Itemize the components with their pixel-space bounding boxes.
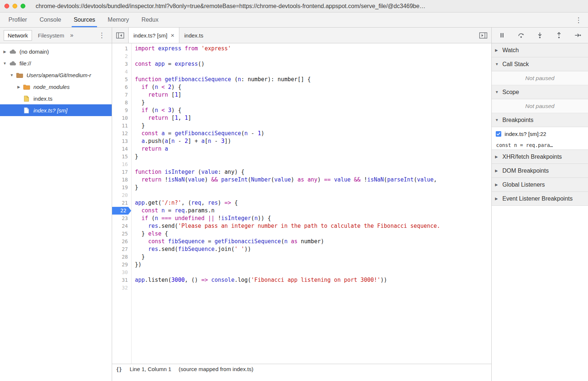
tree-item[interactable]: ▼file://	[0, 57, 112, 69]
line-number[interactable]: 6	[112, 83, 131, 91]
line-number[interactable]: 14	[112, 145, 131, 153]
code-text	[131, 53, 491, 60]
step-over-icon[interactable]	[516, 30, 526, 40]
section-global-listeners[interactable]: ▶ Global Listeners	[492, 178, 588, 192]
breakpoint-snippet[interactable]: const n = req.para…	[492, 140, 588, 150]
tree-item[interactable]: index.ts? [sm]	[0, 104, 112, 116]
section-watch[interactable]: ▶ Watch	[492, 43, 588, 57]
toggle-navigator-icon[interactable]	[112, 28, 128, 43]
line-number[interactable]: 21	[112, 199, 131, 207]
code-text: if (n < 2) {	[131, 83, 491, 91]
code-text: res.send('Please pass an integer number …	[131, 222, 491, 230]
code-text: const n = req.params.n	[131, 207, 491, 215]
pretty-print-button[interactable]: {}	[116, 366, 122, 372]
section-scope[interactable]: ▼ Scope	[492, 85, 588, 99]
code-text: return !isNaN(value) && parseInt(Number(…	[131, 176, 491, 184]
pause-icon[interactable]	[497, 30, 507, 40]
line-number[interactable]: 31	[112, 276, 131, 284]
chevron-collapsed-icon[interactable]: ▶	[15, 85, 22, 89]
line-number[interactable]: 27	[112, 245, 131, 253]
line-number[interactable]: 13	[112, 137, 131, 145]
line-number[interactable]: 10	[112, 114, 131, 122]
tree-item[interactable]: index.ts	[0, 93, 112, 104]
breakpoint-line-number[interactable]: 22	[112, 207, 131, 215]
line-number[interactable]: 18	[112, 176, 131, 184]
line-number[interactable]: 1	[112, 45, 131, 53]
step-icon[interactable]	[573, 30, 582, 40]
code-text: res.send(fibSequence.join(' '))	[131, 245, 491, 253]
breakpoint-entry[interactable]: index.ts? [sm]:22	[492, 127, 588, 140]
line-number[interactable]: 3	[112, 60, 131, 68]
line-number[interactable]: 15	[112, 153, 131, 161]
code-line: 16	[112, 161, 491, 168]
zoom-window-button[interactable]	[21, 4, 25, 8]
editor-tab-index-ts[interactable]: index.ts	[179, 28, 208, 43]
line-number[interactable]: 23	[112, 215, 131, 222]
editor-tabbar: index.ts? [sm] × index.ts	[112, 28, 491, 43]
line-number[interactable]: 12	[112, 130, 131, 137]
editor-tab-index-ts-sm[interactable]: index.ts? [sm] ×	[128, 28, 179, 43]
line-number[interactable]: 30	[112, 269, 131, 276]
code-line: 22 const n = req.params.n	[112, 207, 491, 215]
section-breakpoints[interactable]: ▼ Breakpoints	[492, 113, 588, 127]
code-text	[131, 269, 491, 276]
code-line: 9 if (n < 3) {	[112, 107, 491, 114]
main-menu-kebab-icon[interactable]: ⋮	[569, 12, 588, 27]
code-text: function getFibonacciSequence (n: number…	[131, 76, 491, 83]
line-number[interactable]: 4	[112, 68, 131, 76]
code-text: return [1, 1]	[131, 114, 491, 122]
tab-profiler[interactable]: Profiler	[2, 12, 33, 27]
editor-statusbar: {} Line 1, Column 1 (source mapped from …	[112, 364, 491, 374]
toggle-debugger-icon[interactable]	[475, 28, 491, 43]
line-number[interactable]: 20	[112, 191, 131, 199]
line-number[interactable]: 26	[112, 238, 131, 245]
code-text: import express from 'express'	[131, 45, 491, 53]
line-number[interactable]: 28	[112, 253, 131, 261]
line-number[interactable]: 9	[112, 107, 131, 114]
line-number[interactable]: 7	[112, 91, 131, 99]
line-number[interactable]: 19	[112, 184, 131, 191]
close-tab-icon[interactable]: ×	[171, 32, 175, 39]
section-xhr-fetch-breakpoints[interactable]: ▶ XHR/fetch Breakpoints	[492, 150, 588, 164]
code-line: 5function getFibonacciSequence (n: numbe…	[112, 76, 491, 83]
section-dom-breakpoints[interactable]: ▶ DOM Breakpoints	[492, 164, 588, 178]
line-number[interactable]: 24	[112, 222, 131, 230]
chevron-collapsed-icon[interactable]: ▶	[1, 50, 8, 54]
minimize-window-button[interactable]	[12, 4, 17, 8]
step-into-icon[interactable]	[535, 30, 545, 40]
tree-item-label: index.ts	[33, 96, 53, 102]
tree-item[interactable]: ▶(no domain)	[0, 46, 112, 57]
step-out-icon[interactable]	[554, 30, 564, 40]
tree-item[interactable]: ▼Users/apena/Git/medium-r	[0, 69, 112, 81]
tab-console[interactable]: Console	[33, 12, 68, 27]
line-number[interactable]: 17	[112, 168, 131, 176]
line-number[interactable]: 25	[112, 230, 131, 238]
line-number[interactable]: 2	[112, 53, 131, 60]
line-number[interactable]: 29	[112, 261, 131, 269]
close-window-button[interactable]	[4, 4, 9, 8]
code-editor[interactable]: 1import express from 'express'23const ap…	[112, 43, 491, 364]
line-number[interactable]: 5	[112, 76, 131, 83]
more-tabs-icon[interactable]: »	[70, 32, 74, 39]
bottom-strip	[112, 374, 491, 381]
navigator-menu-kebab-icon[interactable]: ⋮	[98, 31, 108, 39]
code-line: 3const app = express()	[112, 60, 491, 68]
section-event-listener-breakpoints[interactable]: ▶ Event Listener Breakpoints	[492, 192, 588, 206]
tab-network[interactable]: Network	[4, 30, 32, 41]
code-line: 17function isInteger (value: any) {	[112, 168, 491, 176]
tab-redux[interactable]: Redux	[135, 12, 165, 27]
call-stack-status: Not paused	[492, 71, 588, 85]
chevron-expanded-icon[interactable]: ▼	[1, 61, 8, 65]
tree-item[interactable]: ▶node_modules	[0, 81, 112, 93]
tab-memory[interactable]: Memory	[101, 12, 135, 27]
tab-sources[interactable]: Sources	[67, 12, 101, 27]
line-number[interactable]: 32	[112, 284, 131, 292]
tab-filesystem[interactable]: Filesystem	[38, 32, 64, 39]
breakpoint-checkbox[interactable]	[496, 131, 501, 137]
chevron-expanded-icon[interactable]: ▼	[8, 73, 15, 77]
line-number[interactable]: 11	[112, 122, 131, 130]
line-number[interactable]: 8	[112, 99, 131, 107]
line-number[interactable]: 16	[112, 161, 131, 168]
section-call-stack[interactable]: ▼ Call Stack	[492, 57, 588, 71]
code-line: 10 return [1, 1]	[112, 114, 491, 122]
